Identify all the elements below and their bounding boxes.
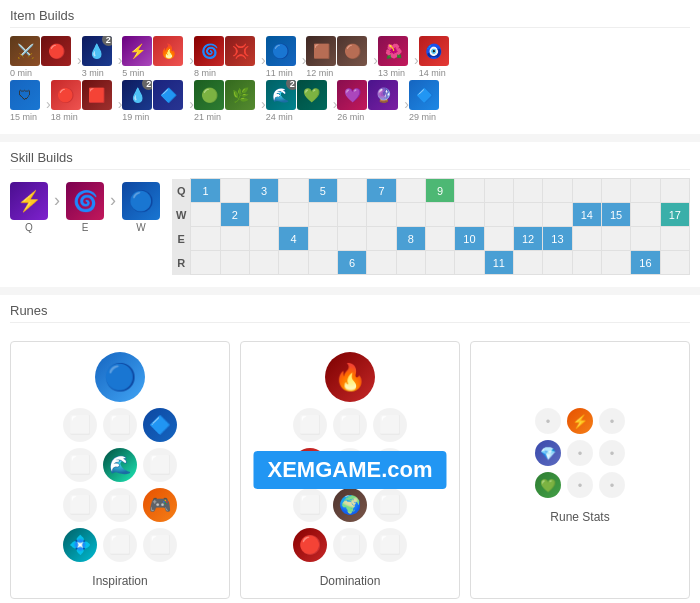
- rune-icon: ⬜: [103, 528, 137, 562]
- skill-q-label: Q: [25, 222, 33, 233]
- item-icon: 🔮: [368, 80, 398, 110]
- step-time: 19 min: [122, 112, 149, 122]
- item-step: 🛡 15 min: [10, 80, 40, 122]
- skill-cell: [191, 203, 220, 227]
- rune-row: 💎 • •: [535, 440, 625, 466]
- runes-section: Runes XEMGAME.com 🔵 ⬜ ⬜ 🔷 ⬜ 🌊 ⬜: [0, 295, 700, 603]
- skill-cell: [396, 251, 425, 275]
- rune-row: ⬜ ⬜ ⬜: [293, 408, 407, 442]
- rune-icon: 🔷: [143, 408, 177, 442]
- skill-cell: [455, 179, 484, 203]
- rune-icon: ⬜: [333, 408, 367, 442]
- item-step: ⚡ 🔥 5 min: [122, 36, 183, 78]
- skill-cell: [220, 251, 249, 275]
- item-icon: 🟤: [337, 36, 367, 66]
- skill-order-arrow: ›: [54, 190, 60, 225]
- step-time: 12 min: [306, 68, 333, 78]
- step-time: 13 min: [378, 68, 405, 78]
- item-icon: 💚: [297, 80, 327, 110]
- skill-cell: 3: [250, 179, 279, 203]
- rune-icon: ⬜: [103, 488, 137, 522]
- rune-icon: •: [567, 472, 593, 498]
- rune-icon: 🎮: [143, 488, 177, 522]
- skill-cell: [631, 179, 660, 203]
- step-time: 11 min: [266, 68, 293, 78]
- item-step: ⚔️ 🔴 0 min: [10, 36, 71, 78]
- skill-cell: [513, 251, 542, 275]
- skill-cell: [279, 251, 308, 275]
- skill-cell: 4: [279, 227, 308, 251]
- rune-icon: ⬜: [293, 488, 327, 522]
- skill-builds-title: Skill Builds: [10, 150, 690, 170]
- item-icon: 🔥: [153, 36, 183, 66]
- skill-cell: [631, 227, 660, 251]
- skill-w-label: W: [136, 222, 145, 233]
- skill-cell: 2: [220, 203, 249, 227]
- rune-path-title: Inspiration: [92, 574, 147, 588]
- skill-e-label: E: [82, 222, 89, 233]
- skill-cell: [308, 251, 337, 275]
- skill-cell: [279, 179, 308, 203]
- skill-cell: 9: [425, 179, 454, 203]
- step-time: 3 min: [82, 68, 104, 78]
- skill-cell: [337, 179, 366, 203]
- rune-path-stats: • ⚡ • 💎 • • 💚 • • Rune Stats: [470, 341, 690, 599]
- skill-cell: [513, 179, 542, 203]
- skill-cell: [660, 179, 689, 203]
- step-time: 26 min: [337, 112, 364, 122]
- item-icon: 🔵: [266, 36, 296, 66]
- skill-cell: [191, 227, 220, 251]
- skill-cell: [425, 251, 454, 275]
- item-builds-title: Item Builds: [10, 8, 690, 28]
- item-step: 💜 🔮 26 min: [337, 80, 398, 122]
- skill-cell: [660, 251, 689, 275]
- item-icon: 🔴: [51, 80, 81, 110]
- rune-icon: 🌍: [333, 488, 367, 522]
- item-icon: 🌀: [194, 36, 224, 66]
- rune-icon: 💠: [63, 528, 97, 562]
- skill-cell: [455, 203, 484, 227]
- skill-cell: [367, 251, 396, 275]
- rune-icon: ⬜: [373, 408, 407, 442]
- item-step: 🌺 13 min: [378, 36, 408, 78]
- skill-row-label: Q: [172, 179, 191, 203]
- inspiration-keystone: 🔵: [95, 352, 145, 402]
- item-icon: 🔷: [153, 80, 183, 110]
- skill-row-label: W: [172, 203, 191, 227]
- step-time: 0 min: [10, 68, 32, 78]
- rune-row: ⬜ ⬜ 🔷: [63, 408, 177, 442]
- item-builds-rows: ⚔️ 🔴 0 min › 💧 2 3 min ›: [10, 36, 690, 122]
- skill-cell: [484, 179, 513, 203]
- skill-q-icon: ⚡: [10, 182, 48, 220]
- runes-container: 🔵 ⬜ ⬜ 🔷 ⬜ 🌊 ⬜ ⬜ ⬜ 🎮: [10, 331, 690, 603]
- item-icon: 🔷: [409, 80, 439, 110]
- item-icon: 🔴: [41, 36, 71, 66]
- skill-cell: [220, 227, 249, 251]
- skill-cell: [660, 227, 689, 251]
- skill-cell: 15: [601, 203, 630, 227]
- rune-icon: ⬜: [103, 408, 137, 442]
- runes-wrapper: XEMGAME.com 🔵 ⬜ ⬜ 🔷 ⬜ 🌊 ⬜: [10, 331, 690, 603]
- skill-cell: [337, 203, 366, 227]
- skill-cell: [367, 203, 396, 227]
- skill-cell: [484, 227, 513, 251]
- skill-cell: [425, 203, 454, 227]
- rune-icon: •: [599, 408, 625, 434]
- item-builds-section: Item Builds ⚔️ 🔴 0 min › 💧 2: [0, 0, 700, 134]
- rune-icon: 🌹: [293, 448, 327, 482]
- skill-cell: 5: [308, 179, 337, 203]
- skill-w-icon: 🔵: [122, 182, 160, 220]
- skill-cell: [543, 203, 572, 227]
- skill-cell: [308, 227, 337, 251]
- skill-cell: [484, 203, 513, 227]
- item-icon: 🛡: [10, 80, 40, 110]
- item-step: 🟢 🌿 21 min: [194, 80, 255, 122]
- rune-path-inspiration: 🔵 ⬜ ⬜ 🔷 ⬜ 🌊 ⬜ ⬜ ⬜ 🎮: [10, 341, 230, 599]
- item-icon: 🧿: [419, 36, 449, 66]
- domination-keystone: 🔥: [325, 352, 375, 402]
- skill-cell: 7: [367, 179, 396, 203]
- skill-cell: [250, 203, 279, 227]
- rune-icon: ⬜: [63, 408, 97, 442]
- rune-icon: •: [599, 472, 625, 498]
- skill-cell: [308, 203, 337, 227]
